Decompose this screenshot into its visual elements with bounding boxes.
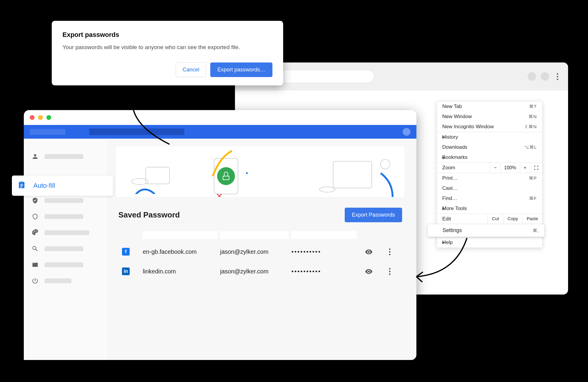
profile-avatar[interactable] — [528, 72, 536, 81]
row-more-button[interactable] — [381, 268, 399, 275]
browser-dropdown-menu: New Tab ⌘T New Window ⌘N New Incognito W… — [437, 101, 542, 248]
dialog-title: Export passwords — [62, 31, 272, 39]
fullscreen-button[interactable] — [530, 163, 542, 173]
window-maximize-button[interactable] — [46, 115, 51, 120]
password-table: f en-gb.facebook.com jason@zylker.com ••… — [116, 228, 404, 281]
menu-shortcut: ⌘F — [529, 196, 537, 201]
header-avatar[interactable] — [403, 128, 410, 136]
window-minimize-button[interactable] — [38, 115, 43, 120]
username-cell: jason@zylker.com — [220, 268, 288, 275]
sidebar-item-people[interactable] — [24, 149, 107, 164]
submenu-arrow-icon: ▶ — [442, 206, 445, 211]
menu-bookmarks[interactable]: Bookmarks ▶ — [437, 152, 542, 162]
sidebar-item-label: Auto-fill — [33, 182, 55, 190]
show-password-button[interactable] — [360, 248, 378, 256]
username-cell: jason@zylker.com — [220, 248, 288, 255]
person-icon — [31, 152, 39, 161]
sidebar-label-placeholder — [45, 262, 83, 267]
sidebar-item-autofill-active[interactable]: Auto-fill — [12, 176, 113, 196]
sidebar-label-placeholder — [45, 278, 71, 283]
menu-new-tab[interactable]: New Tab ⌘T — [437, 101, 542, 112]
menu-zoom: Zoom − 100% + — [437, 162, 542, 173]
facebook-favicon-icon: f — [122, 248, 130, 256]
svg-point-7 — [319, 187, 335, 192]
password-row: in linkedin.com jason@zylker.com •••••••… — [116, 262, 404, 281]
menu-label: Print… — [442, 175, 458, 181]
arrow-annotation-icon — [122, 89, 181, 149]
menu-more-tools[interactable]: More Tools ▶ — [437, 203, 542, 214]
menu-shortcut: ⌘P — [529, 176, 537, 181]
column-header-placeholder — [291, 231, 357, 239]
row-more-button[interactable] — [381, 248, 399, 255]
header-placeholder — [30, 129, 65, 135]
menu-label: Downloads — [442, 144, 467, 150]
window-titlebar — [24, 110, 416, 125]
menu-label: Zoom — [442, 163, 455, 173]
export-passwords-button[interactable]: Export Passwords — [345, 208, 402, 222]
shield-icon — [31, 212, 39, 221]
zoom-value: 100% — [500, 163, 520, 173]
sidebar-label-placeholder — [45, 198, 83, 203]
svg-point-4 — [246, 172, 248, 174]
svg-rect-1 — [146, 167, 170, 184]
sidebar-label-placeholder — [45, 246, 83, 251]
menu-label: Find… — [442, 195, 457, 201]
extension-icon[interactable] — [541, 72, 549, 81]
zoom-out-button[interactable]: − — [490, 163, 500, 173]
dialog-body: Your passwords will be visible to anyone… — [62, 44, 272, 51]
settings-main-area: Saved Password Export Passwords f en-gb.… — [107, 139, 416, 360]
sidebar-label-placeholder — [45, 230, 89, 235]
table-header-row — [116, 228, 404, 242]
browser-icon — [31, 261, 39, 269]
menu-shortcut: ⌘N — [529, 114, 537, 119]
menu-shortcut: ⌘, — [533, 228, 539, 233]
sidebar-item-privacy[interactable] — [24, 209, 107, 224]
menu-label: More Tools — [442, 206, 467, 212]
menu-label: New Window — [442, 114, 472, 120]
saved-passwords-title: Saved Password — [118, 210, 180, 220]
menu-find[interactable]: Find… ⌘F — [437, 193, 542, 203]
sidebar-item-search[interactable] — [24, 242, 107, 256]
password-cell: •••••••••• — [291, 248, 357, 255]
menu-downloads[interactable]: Downloads ⌥⌘L — [437, 142, 542, 152]
palette-icon — [31, 228, 39, 237]
menu-print[interactable]: Print… ⌘P — [437, 173, 542, 183]
menu-label: New Incognito Window — [442, 124, 494, 130]
export-confirm-button[interactable]: Export passwords… — [210, 62, 272, 77]
edit-paste-button[interactable]: Paste — [522, 214, 542, 224]
submenu-arrow-icon: ▶ — [442, 135, 445, 139]
menu-label: Edit — [442, 214, 487, 224]
sidebar-item-default[interactable] — [24, 258, 107, 272]
password-cell: •••••••••• — [291, 268, 357, 275]
sidebar-label-placeholder — [45, 154, 83, 159]
site-cell[interactable]: linkedin.com — [143, 268, 217, 275]
zoom-in-button[interactable]: + — [520, 163, 530, 173]
menu-shortcut: ⌘T — [529, 104, 537, 109]
edit-copy-button[interactable]: Copy — [503, 214, 522, 224]
menu-incognito[interactable]: New Incognito Window ⇧⌘N — [437, 122, 542, 132]
menu-shortcut: ⇧⌘N — [524, 124, 537, 129]
edit-cut-button[interactable]: Cut — [487, 214, 503, 224]
window-close-button[interactable] — [30, 115, 35, 120]
submenu-arrow-icon: ▶ — [442, 155, 445, 159]
show-password-button[interactable] — [360, 267, 378, 275]
menu-history[interactable]: History ▶ — [437, 132, 542, 142]
menu-cast[interactable]: Cast… — [437, 183, 542, 193]
sidebar-label-placeholder — [45, 214, 83, 219]
settings-window: Saved Password Export Passwords f en-gb.… — [24, 110, 416, 360]
menu-new-window[interactable]: New Window ⌘N — [437, 112, 542, 122]
browser-menu-button[interactable] — [554, 73, 561, 80]
menu-edit: Edit Cut Copy Paste — [437, 214, 542, 224]
search-icon — [31, 245, 39, 253]
menu-label: Bookmarks — [442, 154, 468, 160]
menu-shortcut: ⌥⌘L — [524, 145, 537, 150]
hero-banner — [116, 146, 404, 197]
site-cell[interactable]: en-gb.facebook.com — [143, 248, 217, 255]
shield-check-icon — [31, 196, 39, 205]
cancel-button[interactable]: Cancel — [176, 62, 206, 77]
svg-rect-5 — [333, 161, 372, 188]
column-header-placeholder — [220, 231, 288, 239]
sidebar-item-appearance[interactable] — [24, 226, 107, 240]
arrow-annotation-icon — [410, 235, 470, 286]
sidebar-item-startup[interactable] — [24, 274, 107, 288]
